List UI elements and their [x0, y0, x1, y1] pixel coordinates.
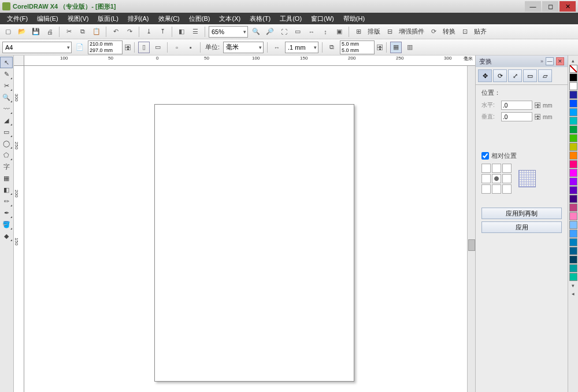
color-swatch[interactable]	[569, 143, 577, 151]
color-swatch[interactable]	[569, 186, 577, 194]
arrange-icon[interactable]: ⊞	[353, 26, 364, 38]
tab-skew[interactable]: ▱	[538, 69, 552, 82]
zoom-page-icon[interactable]: ▭	[292, 26, 303, 38]
color-swatch[interactable]	[569, 204, 577, 212]
dup-y-value[interactable]: 5.0 mm	[340, 47, 374, 54]
h-input[interactable]	[501, 101, 532, 110]
docker-minimize-button[interactable]: —	[546, 57, 554, 65]
apply-to-duplicate-button[interactable]: 应用到再制	[481, 208, 562, 219]
smart-drawing-tool[interactable]: ◆	[0, 230, 13, 242]
redo-icon[interactable]: ↷	[124, 26, 135, 38]
menu-effects[interactable]: 效果(C)	[154, 14, 184, 23]
close-button[interactable]: ✕	[560, 1, 576, 12]
anchor-tl[interactable]	[481, 164, 491, 173]
color-swatch[interactable]	[569, 230, 577, 238]
page-width-value[interactable]: 210.0 mm	[88, 41, 122, 47]
color-swatch[interactable]	[569, 247, 577, 255]
color-swatch[interactable]	[569, 160, 577, 168]
anchor-bc[interactable]	[492, 184, 501, 194]
minimize-button[interactable]: —	[525, 1, 541, 12]
interactive-tool[interactable]: ◧	[0, 184, 13, 195]
fill-tool[interactable]: 🪣	[0, 219, 13, 230]
nudge-input[interactable]: .1 mm	[285, 42, 318, 53]
color-swatch[interactable]	[569, 195, 577, 203]
tab-rotate[interactable]: ⟳	[493, 69, 507, 82]
anchor-tc[interactable]	[492, 164, 501, 173]
dup-x-value[interactable]: 5.0 mm	[340, 41, 374, 47]
ruler-origin[interactable]	[14, 56, 24, 66]
color-swatch[interactable]	[569, 91, 577, 99]
zoom-selection-icon[interactable]: ▣	[334, 26, 345, 38]
copy-icon[interactable]: ⧉	[77, 26, 88, 38]
v-spinner[interactable]: ▴▾	[535, 114, 540, 120]
all-pages-icon[interactable]: ▫	[171, 42, 183, 53]
palette-flyout-icon[interactable]: ◂	[572, 291, 575, 297]
page-dim-spinner[interactable]: ▴▾	[125, 45, 131, 50]
scrollbar-thumb[interactable]	[468, 239, 475, 251]
swatch-none[interactable]	[569, 65, 577, 73]
crop-tool[interactable]: ✂	[0, 80, 13, 91]
horizontal-ruler[interactable]: 100 50 0 50 100 150 200 250 300 毫米	[24, 56, 475, 66]
color-swatch[interactable]	[569, 82, 577, 90]
page-dimensions[interactable]: 210.0 mm 297.0 mm	[88, 40, 123, 54]
vertical-ruler[interactable]: 300 250 200 150	[14, 66, 24, 392]
relative-position-checkbox[interactable]: 相对位置	[481, 151, 562, 160]
color-swatch[interactable]	[569, 134, 577, 142]
page-height-value[interactable]: 297.0 mm	[88, 47, 122, 54]
cut-icon[interactable]: ✂	[63, 26, 75, 38]
color-swatch[interactable]	[569, 273, 577, 281]
palette-down-icon[interactable]: ▾	[572, 283, 575, 289]
duplicate-distance[interactable]: 5.0 mm 5.0 mm	[340, 40, 375, 54]
anchor-tr[interactable]	[502, 164, 512, 173]
open-icon[interactable]: 📂	[16, 26, 28, 38]
ellipse-tool[interactable]: ◯	[0, 138, 13, 149]
unit-dropdown[interactable]: 毫米	[223, 42, 264, 53]
shape-tool[interactable]: ✎	[0, 68, 13, 80]
zoom-in-icon[interactable]: 🔍	[250, 26, 262, 38]
save-icon[interactable]: 💾	[30, 26, 42, 38]
drawing-canvas[interactable]	[24, 66, 467, 392]
menu-bitmap[interactable]: 位图(B)	[184, 14, 215, 23]
anchor-center[interactable]	[492, 174, 501, 183]
color-swatch[interactable]	[569, 256, 577, 264]
export-icon[interactable]: ⤒	[157, 26, 168, 38]
tab-scale[interactable]: ⤢	[508, 69, 522, 82]
eyedropper-tool[interactable]: ✏	[0, 195, 13, 207]
import-icon[interactable]: ⤓	[143, 26, 154, 38]
dup-spinner[interactable]: ▴▾	[377, 45, 383, 50]
pick-tool[interactable]: ↖	[0, 57, 13, 68]
h-spinner[interactable]: ▴▾	[535, 102, 540, 108]
welcome-icon[interactable]: ☰	[190, 26, 201, 38]
color-swatch[interactable]	[569, 177, 577, 186]
color-swatch[interactable]	[569, 99, 577, 108]
current-page-icon[interactable]: ▪	[185, 42, 197, 53]
zoom-width-icon[interactable]: ↔	[306, 26, 317, 38]
color-swatch[interactable]	[569, 108, 577, 116]
color-swatch[interactable]	[569, 117, 577, 125]
anchor-br[interactable]	[502, 184, 512, 194]
portrait-button[interactable]: ▯	[138, 42, 150, 53]
maximize-button[interactable]: ◻	[542, 1, 558, 12]
rectangle-tool[interactable]: ▭	[0, 126, 13, 138]
print-icon[interactable]: 🖨	[44, 26, 55, 38]
polygon-tool[interactable]: ⬠	[0, 149, 13, 161]
snap-icon[interactable]: ⊡	[459, 26, 470, 38]
color-swatch[interactable]	[569, 125, 577, 134]
docker-collapse-icon[interactable]: »	[540, 58, 543, 64]
treat-as-filled-icon[interactable]: ▦	[390, 42, 402, 53]
menu-window[interactable]: 窗口(W)	[306, 14, 339, 23]
paper-size-dropdown[interactable]: A4	[2, 42, 72, 53]
color-swatch[interactable]	[569, 169, 577, 177]
zoom-fit-icon[interactable]: ⛶	[278, 26, 290, 38]
text-tool[interactable]: 字	[0, 161, 13, 172]
color-swatch[interactable]	[569, 151, 577, 160]
tab-position[interactable]: ✥	[478, 69, 492, 82]
zoom-dropdown[interactable]: 65%	[209, 26, 248, 38]
undo-icon[interactable]: ↶	[110, 26, 121, 38]
vertical-scrollbar[interactable]	[467, 66, 475, 392]
menu-table[interactable]: 表格(T)	[245, 14, 275, 23]
convert-icon[interactable]: ⟳	[428, 26, 439, 38]
new-icon[interactable]: ▢	[2, 26, 14, 38]
anchor-grid[interactable]	[481, 164, 512, 194]
zoom-tool[interactable]: 🔍	[0, 91, 13, 103]
